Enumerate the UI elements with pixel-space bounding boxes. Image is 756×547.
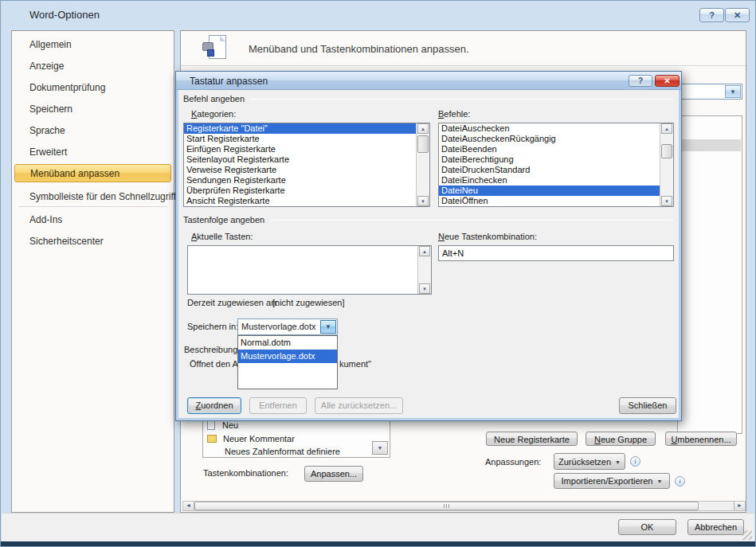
commands-listbox[interactable]: DateiAuschecken DateiAuscheckenRückgängi… [438, 123, 674, 207]
list-item[interactable]: DateiNeu [439, 186, 673, 196]
list-item[interactable]: DateiÖffnen [439, 196, 673, 206]
current-keys-scrollbar[interactable]: ▲ ▼ [417, 246, 431, 294]
scroll-up-button[interactable]: ▲ [417, 123, 429, 134]
document-icon [207, 420, 215, 430]
dialog-footer: OK Abbrechen [2, 513, 754, 542]
customize-keyboard-icon [202, 35, 226, 62]
list-item[interactable]: Start Registerkarte [184, 134, 429, 144]
resize-grip[interactable] [742, 530, 752, 540]
page-title: Menüband und Tastenkombinationen anpasse… [249, 43, 469, 55]
scroll-up-button[interactable]: ▲ [419, 246, 430, 256]
categories-label: Kategorien: [191, 109, 236, 119]
comment-icon [207, 435, 217, 443]
dropdown-option[interactable]: Mustervorlage.dotx [238, 350, 337, 363]
new-group-button[interactable]: Neue Gruppe [586, 432, 656, 446]
categories-scrollbar[interactable]: ▲ ▼ [416, 123, 429, 206]
new-shortcut-input[interactable]: Alt+N [438, 245, 674, 261]
window-help-button[interactable]: ? [699, 8, 724, 22]
options-sidebar: Allgemein Anzeige Dokumentprüfung Speich… [11, 30, 174, 513]
sidebar-item-erweitert[interactable]: Erweitert [29, 147, 67, 159]
close-icon: ✕ [734, 10, 741, 20]
help-icon: ? [638, 76, 643, 85]
scroll-right-button[interactable]: ► [734, 502, 745, 510]
list-item[interactable]: Neues Zahlenformat definiere [225, 447, 340, 456]
list-item[interactable]: DateiDruckenStandard [439, 165, 673, 175]
current-keys-listbox[interactable]: ▲ ▼ [187, 245, 432, 295]
dropdown-option[interactable]: Normal.dotm [238, 336, 337, 350]
current-keys-label: Aktuelle Tasten: [191, 232, 253, 241]
sidebar-item-addins[interactable]: Add-Ins [29, 214, 62, 227]
sidebar-item-dokumentpruefung[interactable]: Dokumentprüfung [29, 82, 105, 95]
list-item[interactable]: DateiBerechtigung [439, 154, 673, 165]
list-highlight-row[interactable] [679, 139, 741, 151]
info-icon: i [675, 476, 685, 486]
scrollbar-thumb[interactable] [417, 135, 429, 153]
scroll-down-button[interactable]: ▼ [419, 283, 430, 294]
word-options-window: Word-Optionen ? ✕ Allgemein Anzeige Doku… [0, 0, 756, 547]
horizontal-scrollbar[interactable]: ◄ ► [182, 501, 746, 511]
scroll-up-button[interactable]: ▲ [661, 123, 672, 134]
list-item[interactable]: Einfügen Registerkarte [184, 144, 429, 154]
chevron-down-icon: ▼ [615, 459, 621, 465]
save-in-value: Mustervorlage.dotx [241, 322, 316, 331]
list-item[interactable]: DateiAuscheckenRückgängig [439, 134, 673, 144]
window-close-button[interactable]: ✕ [725, 8, 750, 22]
dialog-titlebar[interactable]: Tastatur anpassen ? ✕ [176, 72, 681, 90]
sidebar-item-allgemein[interactable]: Allgemein [29, 39, 72, 52]
assign-button[interactable]: Zuordnen [187, 397, 241, 414]
list-item[interactable]: DateiAuschecken [439, 123, 673, 134]
scroll-down-button[interactable]: ▼ [417, 196, 429, 206]
ok-button[interactable]: OK [618, 519, 676, 535]
rename-button[interactable]: Umbenennen... [665, 432, 737, 446]
list-item[interactable]: Registerkarte "Datei" [184, 123, 429, 134]
list-item[interactable]: Seitenlayout Registerkarte [184, 154, 429, 165]
sidebar-item-label: Menüband anpassen [30, 168, 119, 179]
reset-dropdown-button[interactable]: Zurücksetzen▼ [554, 453, 625, 470]
import-export-dropdown-button[interactable]: Importieren/Exportieren▼ [554, 473, 670, 489]
scrollbar-thumb[interactable] [194, 502, 699, 510]
sidebar-item-speichern[interactable]: Speichern [29, 104, 72, 116]
list-item[interactable]: DateiBeenden [439, 144, 673, 154]
sidebar-item-menueband-anpassen[interactable]: Menüband anpassen [14, 164, 171, 182]
sidebar-item-anzeige[interactable]: Anzeige [29, 61, 64, 73]
save-in-label: Speichern in: [187, 322, 238, 331]
commands-scrollbar[interactable]: ▲ ▼ [660, 123, 673, 206]
info-icon: i [630, 456, 640, 467]
reset-all-button[interactable]: Alle zurücksetzen... [315, 397, 403, 414]
new-shortcut-label: Neue Tastenkombination: [438, 232, 537, 241]
list-item[interactable]: Verweise Registerkarte [184, 165, 429, 175]
help-icon: ? [709, 10, 715, 20]
list-item[interactable]: Neu [207, 420, 238, 430]
list-item[interactable]: Überprüfen Registerkarte [184, 186, 429, 196]
list-item[interactable]: DateiEinchecken [439, 175, 673, 186]
list-item[interactable]: Neuer Kommentar [207, 434, 295, 443]
assigned-to-label: Derzeit zugewiesen an: [187, 298, 278, 307]
scroll-down-button[interactable]: ▼ [372, 441, 388, 455]
scroll-down-button[interactable]: ▼ [661, 196, 672, 206]
sidebar-item-sprache[interactable]: Sprache [29, 125, 65, 138]
chevron-down-icon[interactable]: ▼ [725, 85, 741, 98]
header-divider [181, 65, 746, 66]
chevron-down-icon[interactable]: ▼ [320, 320, 336, 334]
cancel-button[interactable]: Abbrechen [687, 519, 744, 535]
dialog-help-button[interactable]: ? [629, 75, 652, 87]
scroll-left-button[interactable]: ◄ [183, 502, 194, 510]
dialog-close-button[interactable]: ✕ [655, 75, 680, 87]
list-item[interactable]: Ansicht Registerkarte [184, 196, 429, 206]
categories-listbox[interactable]: Registerkarte "Datei" Start Registerkart… [183, 123, 430, 207]
save-in-dropdown-list: Normal.dotm Mustervorlage.dotx [237, 335, 338, 389]
sidebar-item-symbolleiste[interactable]: Symbolleiste für den Schnellzugriff [29, 191, 176, 204]
list-item[interactable]: Sendungen Registerkarte [184, 175, 429, 186]
new-tab-button[interactable]: Neue Registerkarte [486, 432, 578, 446]
shortcuts-label: Tastenkombinationen: [203, 468, 288, 478]
ribbon-tree-list[interactable] [677, 115, 742, 434]
customize-keyboard-dialog: Tastatur anpassen ? ✕ Befehl angeben Kat… [175, 71, 682, 421]
chevron-down-icon: ▼ [378, 445, 383, 451]
scrollbar-thumb[interactable] [661, 144, 672, 158]
customize-shortcuts-button[interactable]: Anpassen... [304, 466, 363, 482]
sidebar-item-sicherheitscenter[interactable]: Sicherheitscenter [29, 236, 104, 248]
close-dialog-button[interactable]: Schließen [619, 397, 676, 414]
remove-button[interactable]: Entfernen [249, 397, 307, 414]
specify-sequence-group-label: Tastenfolge angeben [183, 215, 264, 225]
save-in-combobox[interactable]: Mustervorlage.dotx ▼ [237, 318, 338, 335]
